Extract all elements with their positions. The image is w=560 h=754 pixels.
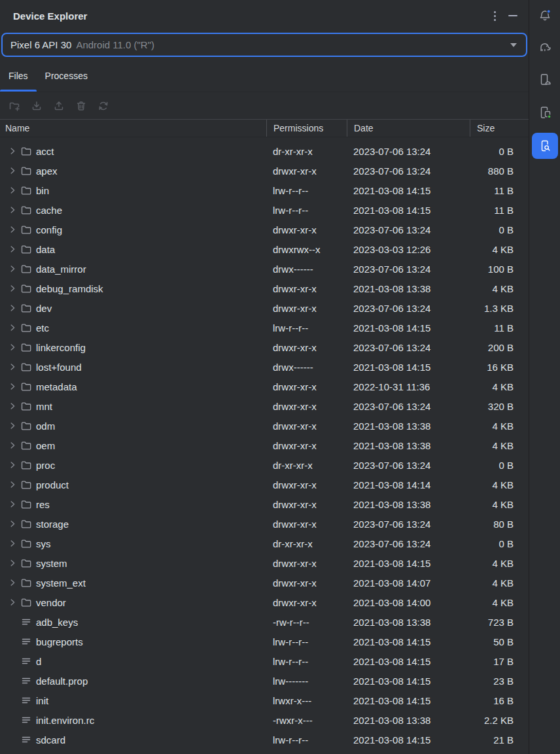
chevron-right-icon[interactable] [8,362,17,371]
table-row[interactable]: acct dr-xr-xr-x 2023-07-06 13:24 0 B [0,141,529,161]
row-date: 2023-07-06 13:24 [347,519,470,530]
table-row[interactable]: apex drwxr-xr-x 2023-07-06 13:24 880 B [0,161,529,180]
row-label: proc [36,460,55,471]
sync-icon[interactable] [96,98,111,114]
gradle-elephant-icon[interactable] [532,34,558,60]
chevron-right-icon[interactable] [8,245,17,254]
new-folder-icon[interactable] [7,98,22,114]
table-row[interactable]: sys dr-xr-xr-x 2023-07-06 13:24 0 B [0,534,529,553]
tab-files[interactable]: Files [0,60,37,92]
device-manager-icon[interactable] [532,67,558,93]
chevron-right-icon[interactable] [8,441,17,450]
delete-icon[interactable] [73,98,89,114]
row-label: vendor [36,597,66,608]
table-row[interactable]: linkerconfig drwxr-xr-x 2023-07-06 13:24… [0,337,529,357]
row-permissions: -rw-r--r-- [266,617,347,628]
table-row[interactable]: product drwxr-xr-x 2021-03-08 14:14 4 KB [0,475,529,494]
table-row[interactable]: metadata drwxr-xr-x 2022-10-31 11:36 4 K… [0,377,529,396]
table-row[interactable]: debug_ramdisk drwxr-xr-x 2021-03-08 13:3… [0,279,529,298]
selected-device-os: Android 11.0 ("R") [76,39,154,50]
chevron-right-icon[interactable] [8,264,17,273]
table-row[interactable]: dev drwxr-xr-x 2023-07-06 13:24 1.3 KB [0,298,529,318]
table-row[interactable]: system drwxr-xr-x 2021-03-08 14:15 4 KB [0,553,529,573]
tab-processes[interactable]: Processes [37,60,96,92]
chevron-right-icon[interactable] [8,284,17,293]
table-row[interactable]: oem drwxr-xr-x 2021-03-08 13:38 4 KB [0,436,529,455]
file-icon [20,636,32,647]
upload-icon[interactable] [51,98,67,114]
table-row[interactable]: data drwxrwx--x 2023-03-03 12:26 4 KB [0,239,529,259]
row-date: 2023-07-06 13:24 [347,224,470,235]
row-size: 4 KB [470,499,529,510]
chevron-right-icon[interactable] [8,539,17,548]
table-row[interactable]: init lrwxr-x--- 2021-03-08 14:15 16 B [0,691,529,710]
chevron-right-icon[interactable] [8,146,17,156]
row-date: 2021-03-08 14:14 [347,479,470,490]
chevron-right-icon[interactable] [8,382,17,391]
chevron-right-icon[interactable] [8,303,17,313]
table-row[interactable]: system_ext drwxr-xr-x 2021-03-08 14:07 4… [0,573,529,592]
chevron-right-icon[interactable] [8,480,17,489]
minimize-icon[interactable] [504,7,522,25]
chevron-right-icon[interactable] [8,460,17,470]
chevron-right-icon[interactable] [8,578,17,587]
folder-icon [20,400,32,412]
table-row[interactable]: data_mirror drwx------ 2023-07-06 13:24 … [0,259,529,279]
row-size: 4 KB [470,381,529,392]
table-row[interactable]: odm drwxr-xr-x 2021-03-08 13:38 4 KB [0,416,529,436]
row-label: data_mirror [36,264,86,275]
table-row[interactable]: bin lrw-r--r-- 2021-03-08 14:15 11 B [0,180,529,200]
chevron-right-icon[interactable] [8,205,17,214]
row-date: 2021-03-08 13:38 [347,283,470,294]
download-icon[interactable] [29,98,44,114]
notifications-bell-icon[interactable] [532,3,558,29]
table-row[interactable]: lost+found drwx------ 2021-03-08 14:15 1… [0,357,529,377]
chevron-right-icon[interactable] [8,225,17,234]
row-permissions: lrw-r--r-- [266,636,347,647]
chevron-right-icon[interactable] [8,421,17,430]
row-label: apex [36,165,58,177]
table-row[interactable]: d lrw-r--r-- 2021-03-08 14:15 17 B [0,651,529,671]
row-label: storage [36,519,69,530]
table-row[interactable]: bugreports lrw-r--r-- 2021-03-08 14:15 5… [0,632,529,651]
table-row[interactable]: cache lrw-r--r-- 2021-03-08 14:15 11 B [0,200,529,220]
kebab-menu-icon[interactable] [485,7,504,25]
column-header-date[interactable]: Date [347,120,470,137]
folder-icon [20,165,32,177]
row-size: 50 B [470,636,529,647]
row-permissions: drwxr-xr-x [266,440,347,451]
table-row[interactable]: adb_keys -rw-r--r-- 2021-03-08 13:38 723… [0,612,529,632]
chevron-right-icon[interactable] [8,343,17,352]
chevron-right-icon[interactable] [8,519,17,528]
running-devices-icon[interactable] [532,99,558,126]
column-header-permissions[interactable]: Permissions [266,120,347,137]
table-row[interactable]: default.prop lrw------- 2021-03-08 14:15… [0,671,529,691]
device-explorer-icon[interactable] [532,133,558,159]
folder-icon [20,361,32,373]
chevron-right-icon[interactable] [8,186,17,195]
chevron-right-icon[interactable] [8,598,17,607]
table-row[interactable]: mnt drwxr-xr-x 2023-07-06 13:24 320 B [0,396,529,416]
chevron-right-icon[interactable] [8,166,17,175]
table-row[interactable]: vendor drwxr-xr-x 2021-03-08 14:00 4 KB [0,592,529,612]
chevron-right-icon[interactable] [8,402,17,411]
table-row[interactable]: init.environ.rc -rwxr-x--- 2021-03-08 13… [0,710,529,730]
table-row[interactable]: storage drwxr-xr-x 2023-07-06 13:24 80 B [0,514,529,534]
row-size: 80 B [470,519,529,530]
chevron-right-icon[interactable] [8,323,17,332]
chevron-right-icon[interactable] [8,500,17,509]
row-size: 320 B [470,401,529,412]
tab-processes-label: Processes [45,71,88,81]
column-header-size[interactable]: Size [470,120,529,137]
row-date: 2023-07-06 13:24 [347,342,470,353]
folder-icon [20,263,32,275]
table-row[interactable]: config drwxr-xr-x 2023-07-06 13:24 0 B [0,220,529,239]
row-size: 0 B [470,460,529,471]
table-row[interactable]: etc lrw-r--r-- 2021-03-08 14:15 11 B [0,318,529,337]
device-selector-dropdown[interactable]: Pixel 6 API 30 Android 11.0 ("R") [1,33,527,57]
table-row[interactable]: sdcard lrw-r--r-- 2021-03-08 14:15 21 B [0,730,529,749]
table-row[interactable]: proc dr-xr-xr-x 2023-07-06 13:24 0 B [0,455,529,475]
column-header-name[interactable]: Name [0,120,266,137]
chevron-right-icon[interactable] [8,558,17,568]
table-row[interactable]: res drwxr-xr-x 2021-03-08 13:38 4 KB [0,494,529,514]
